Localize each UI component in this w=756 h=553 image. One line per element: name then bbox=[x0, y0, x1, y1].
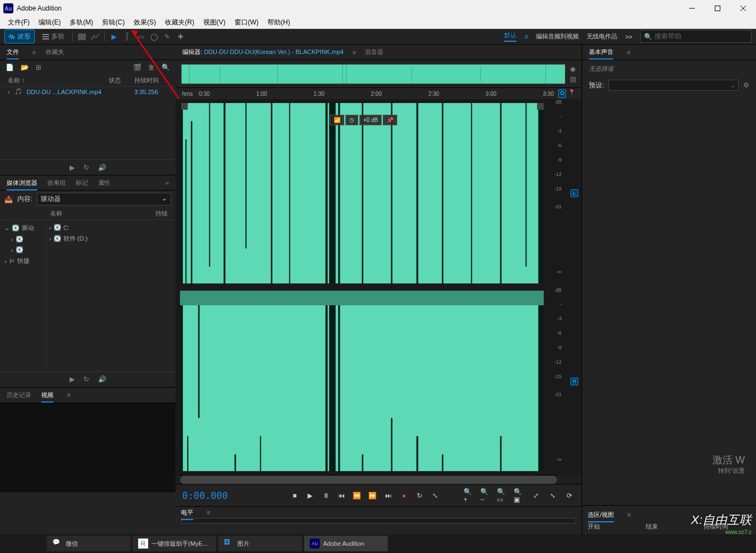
menu-effects[interactable]: 效果(S) bbox=[129, 17, 160, 28]
forward-button[interactable]: ⏩ bbox=[367, 490, 378, 501]
zoom-in-v-icon[interactable]: ⤢ bbox=[530, 490, 542, 501]
brush-tool-icon[interactable]: ✎ bbox=[163, 32, 172, 41]
menu-favorites[interactable]: 收藏夹(R) bbox=[160, 17, 199, 28]
open-file-icon[interactable]: 📂 bbox=[21, 63, 29, 71]
workspace-audio-video[interactable]: 编辑音频到视频 bbox=[536, 32, 579, 41]
play-button[interactable]: ▶ bbox=[305, 490, 316, 501]
menu-clip[interactable]: 剪辑(C) bbox=[97, 17, 129, 28]
tab-media-browser[interactable]: 媒体浏览器 bbox=[7, 179, 37, 187]
workspace-default[interactable]: 默认 bbox=[504, 31, 516, 42]
zoom-sel-icon[interactable]: 🔍▣ bbox=[514, 490, 525, 501]
col-duration[interactable]: 持续时间 bbox=[134, 76, 168, 85]
panel-menu-icon[interactable]: ≡ bbox=[67, 391, 70, 398]
workspace-menu-icon[interactable]: ≡ bbox=[524, 33, 528, 41]
spectral-freq-icon[interactable] bbox=[77, 32, 86, 41]
close-button[interactable] bbox=[730, 0, 756, 17]
ch-indicator-tr[interactable] bbox=[537, 103, 544, 110]
maximize-button[interactable] bbox=[705, 0, 730, 17]
tab-properties[interactable]: 属性 bbox=[98, 179, 110, 187]
waveform-channel-left[interactable] bbox=[180, 103, 544, 283]
workspace-more[interactable]: >> bbox=[625, 33, 632, 40]
menu-multitrack[interactable]: 多轨(M) bbox=[65, 17, 97, 28]
new-multitrack-icon[interactable]: ⊞ bbox=[36, 63, 41, 71]
panel-menu-icon[interactable]: ≡ bbox=[207, 509, 210, 516]
tab-levels[interactable]: 电平 bbox=[181, 508, 193, 517]
loop-button[interactable]: ↻ bbox=[414, 490, 425, 501]
tab-history[interactable]: 历史记录 bbox=[7, 391, 31, 399]
rewind-button[interactable]: ⏪ bbox=[352, 490, 363, 501]
waveform-scrollbar[interactable] bbox=[180, 475, 557, 484]
import-icon[interactable]: 📥 bbox=[4, 195, 13, 203]
expand-icon[interactable]: › bbox=[8, 89, 10, 95]
multitrack-mode-button[interactable]: 多轨 bbox=[39, 30, 68, 43]
mb-col-duration[interactable]: 持续 bbox=[155, 209, 168, 218]
col-status[interactable]: 状态 bbox=[109, 76, 134, 85]
waveform-channel-right[interactable] bbox=[180, 291, 544, 471]
mixer-tab[interactable]: 混音器 bbox=[365, 48, 383, 56]
menu-edit[interactable]: 编辑(E) bbox=[34, 17, 65, 28]
file-row[interactable]: › 🎵 DDU-DU ...LACKPINK.mp4 3:35.256 bbox=[0, 87, 175, 96]
waveform-mode-button[interactable]: 波形 bbox=[4, 30, 35, 43]
zoom-reset-icon[interactable]: ⟳ bbox=[564, 490, 575, 501]
tree-sub1[interactable]: ›💽 bbox=[2, 234, 46, 244]
marquee-tool-icon[interactable]: ▭ bbox=[136, 32, 145, 41]
loop-icon[interactable]: ↻ bbox=[84, 164, 89, 172]
record-button[interactable]: ● bbox=[398, 490, 409, 501]
channel-right-label[interactable]: R bbox=[570, 378, 578, 385]
tab-video[interactable]: 视频 bbox=[41, 391, 53, 399]
play-icon[interactable]: ▶ bbox=[70, 375, 75, 383]
panel-menu-icon[interactable]: ≡ bbox=[353, 49, 356, 56]
auto-play-icon[interactable]: 🔊 bbox=[98, 375, 106, 383]
hud-gain[interactable]: +0 dB bbox=[359, 115, 382, 125]
new-file-icon[interactable]: 📄 bbox=[6, 63, 14, 71]
menu-help[interactable]: 帮助(H) bbox=[263, 17, 295, 28]
next-button[interactable]: ⏭ bbox=[383, 490, 394, 501]
overflow-icon[interactable]: » bbox=[165, 179, 169, 186]
tab-effects-rack[interactable]: 效果组 bbox=[47, 179, 66, 187]
skip-button[interactable]: ⤡ bbox=[430, 490, 441, 501]
prev-button[interactable]: ⏮ bbox=[336, 490, 347, 501]
hud-clock-icon[interactable]: ◷ bbox=[345, 115, 358, 125]
loop-icon[interactable]: ↻ bbox=[84, 375, 89, 383]
panel-menu-icon[interactable]: ≡ bbox=[627, 511, 631, 518]
hud-pin-icon[interactable]: 📌 bbox=[383, 115, 397, 125]
pause-button[interactable]: ⏸ bbox=[320, 490, 331, 501]
time-selection-tool-icon[interactable] bbox=[123, 32, 131, 41]
heal-tool-icon[interactable]: ✚ bbox=[176, 32, 185, 41]
task-photos[interactable]: 🖼 图片 bbox=[218, 536, 302, 551]
move-tool-icon[interactable]: ▶ bbox=[109, 32, 118, 41]
spectral-pitch-icon[interactable] bbox=[91, 32, 100, 41]
workspace-radio[interactable]: 无线电作品 bbox=[587, 32, 617, 41]
waveform-display[interactable]: dB - -3 -6 -9 -12 -15 -21 -∞ dB - -3 bbox=[175, 99, 582, 475]
record-icon[interactable]: 🎬 bbox=[133, 63, 142, 71]
task-mye[interactable]: R 一键排版助手(MyE... bbox=[133, 536, 216, 551]
preset-select[interactable]: ⌄ bbox=[608, 80, 739, 91]
overview-waveform[interactable] bbox=[181, 64, 565, 84]
auto-play-icon[interactable]: 🔊 bbox=[98, 164, 106, 172]
channel-left-label[interactable]: L bbox=[570, 189, 578, 197]
tab-files[interactable]: 文件 bbox=[7, 48, 19, 56]
minimize-button[interactable] bbox=[679, 0, 705, 17]
zoom-out-v-icon[interactable]: ⤡ bbox=[547, 490, 558, 501]
menu-view[interactable]: 视图(V) bbox=[199, 17, 230, 28]
play-icon[interactable]: ▶ bbox=[70, 164, 75, 172]
lasso-tool-icon[interactable]: ◯ bbox=[149, 32, 158, 41]
stop-button[interactable]: ■ bbox=[289, 490, 300, 501]
task-wechat[interactable]: 💬 微信 bbox=[47, 536, 130, 551]
tree-drive-d[interactable]: ›💽软件 (D:) bbox=[47, 233, 173, 244]
tab-selection-view[interactable]: 选区/视图 bbox=[588, 511, 614, 519]
levels-meter[interactable] bbox=[181, 518, 576, 523]
panel-menu-icon[interactable]: ≡ bbox=[32, 49, 36, 56]
overview-opt1-icon[interactable]: ◉ bbox=[570, 65, 576, 73]
tree-shortcut[interactable]: ›🏳快捷 bbox=[2, 255, 46, 267]
hud-volume-icon[interactable]: 📶 bbox=[330, 115, 344, 125]
preset-menu-icon[interactable]: ⚙ bbox=[743, 81, 749, 89]
tree-sub2[interactable]: ›💽 bbox=[2, 244, 46, 255]
tab-markers[interactable]: 标记 bbox=[76, 179, 88, 187]
overview-bar[interactable]: ◉ ▤ bbox=[175, 60, 582, 88]
tab-favorites[interactable]: 收藏夹 bbox=[46, 48, 64, 56]
marker-icon[interactable]: 📍 bbox=[568, 89, 575, 98]
tree-drive-c[interactable]: ›💽C: bbox=[47, 222, 173, 233]
tree-drives[interactable]: ⌄💽驱动 bbox=[2, 222, 46, 234]
overview-opt2-icon[interactable]: ▤ bbox=[570, 75, 576, 83]
